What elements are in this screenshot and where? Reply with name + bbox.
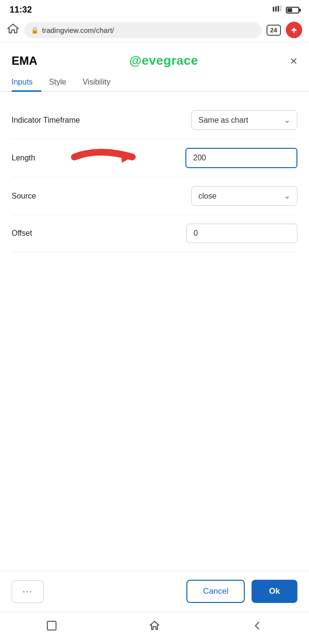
tab-inputs[interactable]: Inputs [12,73,42,91]
arrow-annotation [70,143,156,173]
chevron-down-icon: ⌄ [284,115,290,125]
back-icon[interactable] [252,620,263,634]
source-row: Source close ⌄ [12,177,297,215]
more-options-button[interactable]: ··· [12,580,44,603]
timeframe-value: Same as chart [198,116,248,125]
source-label: Source [12,192,36,200]
svg-rect-2 [278,6,279,12]
svg-rect-3 [280,5,281,12]
chevron-down-icon: ⌄ [284,191,290,200]
timeframe-label: Indicator Timeframe [12,116,80,125]
watermark-text: @evegrace [129,53,198,68]
modal-header: EMA @evegrace × [0,43,309,73]
square-icon[interactable] [46,620,57,634]
sim-icon [272,5,282,15]
modal-title: EMA [12,54,37,68]
source-value: close [198,192,216,200]
offset-label: Offset [12,229,32,238]
url-bar[interactable]: 🔒 tradingview.com/chart/ [24,22,262,38]
browser-bar: 🔒 tradingview.com/chart/ 24 [0,18,309,43]
cancel-button[interactable]: Cancel [186,580,245,603]
lock-icon: 🔒 [31,27,39,34]
length-input[interactable] [185,148,297,168]
svg-rect-0 [273,7,274,12]
tab-style[interactable]: Style [49,73,75,91]
svg-rect-1 [275,6,277,12]
tab-count-badge[interactable]: 24 [267,25,281,36]
timeframe-row: Indicator Timeframe Same as chart ⌄ [12,101,297,139]
three-dots-icon: ··· [23,587,33,596]
battery-icon [286,7,299,14]
status-bar: 11:32 [0,0,309,18]
offset-row: Offset [12,215,297,252]
nav-home-icon[interactable] [149,620,160,634]
bottom-nav [0,612,309,644]
home-icon[interactable] [7,23,19,37]
url-text: tradingview.com/chart/ [42,26,114,34]
svg-rect-5 [47,621,56,630]
footer-actions: Cancel Ok [186,580,297,603]
length-label: Length [12,154,35,162]
modal-content: EMA @evegrace × Inputs Style Visibility … [0,43,309,612]
status-time: 11:32 [10,5,32,15]
svg-marker-4 [122,151,132,163]
timeframe-dropdown[interactable]: Same as chart ⌄ [191,110,297,130]
modal-footer: ··· Cancel Ok [0,571,309,612]
modal-form: Indicator Timeframe Same as chart ⌄ Leng… [0,92,309,571]
source-dropdown[interactable]: close ⌄ [191,186,297,206]
status-icons [272,5,299,15]
upload-button[interactable] [286,22,302,38]
length-row: Length [12,139,297,177]
ok-button[interactable]: Ok [252,580,297,603]
tab-visibility[interactable]: Visibility [83,73,119,91]
modal-tabs: Inputs Style Visibility [0,73,309,92]
close-button[interactable]: × [290,55,297,67]
offset-input[interactable] [186,224,297,243]
